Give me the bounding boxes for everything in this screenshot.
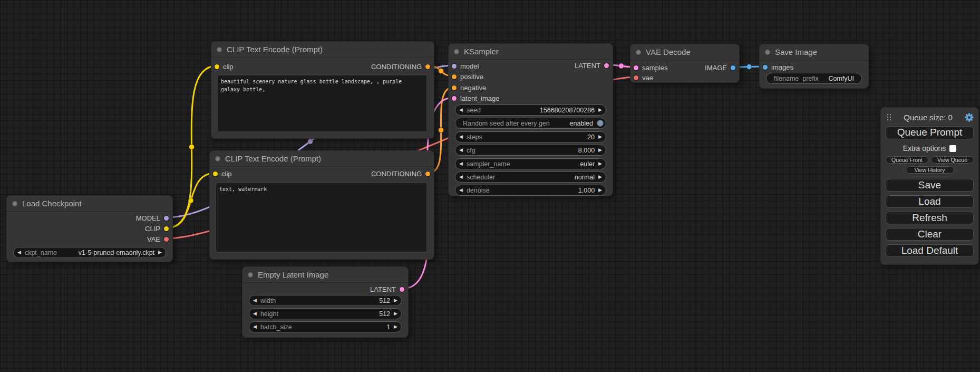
node-title-bar[interactable]: KSampler [449,44,613,60]
queue-prompt-button[interactable]: Queue Prompt [886,126,974,139]
output-slot-dot[interactable] [164,237,169,242]
link-midpoint-dot[interactable] [439,128,444,133]
decrement-arrow-icon[interactable]: ◀ [249,295,260,306]
increment-arrow-icon[interactable]: ▶ [390,295,401,306]
increment-arrow-icon[interactable]: ▶ [595,145,606,155]
decrement-arrow-icon[interactable]: ◀ [14,247,25,257]
widget-steps[interactable]: ◀steps20▶ [455,131,606,142]
node-load_checkpoint[interactable]: Load CheckpointMODELCLIPVAE◀ckpt_namev1-… [6,195,173,262]
widget-value: normal [575,174,595,181]
decrement-arrow-icon[interactable]: ◀ [455,145,467,155]
view-queue-button[interactable]: View Queue [931,156,974,164]
node-title-bar[interactable]: Load Checkpoint [7,196,172,212]
decrement-arrow-icon[interactable]: ◀ [249,309,260,319]
node-save_image[interactable]: Save Imageimagesfilename_prefixComfyUI [759,44,869,89]
widget-ckpt_name[interactable]: ◀ckpt_namev1-5-pruned-emaonly.ckpt▶ [13,247,166,258]
link-midpoint-dot[interactable] [308,139,313,144]
output-slot-dot[interactable] [425,64,430,69]
output-slot-dot[interactable] [425,171,430,176]
load-button[interactable]: Load [886,195,974,208]
clear-button[interactable]: Clear [886,228,974,241]
node-graph-canvas[interactable]: Load CheckpointMODELCLIPVAE◀ckpt_namev1-… [0,0,980,372]
widget-filename_prefix[interactable]: filename_prefixComfyUI [766,73,862,84]
prompt-textarea[interactable]: text, watermark [216,183,427,252]
drag-handle-icon[interactable] [887,113,891,121]
widget-scheduler[interactable]: ◀schedulernormal▶ [455,171,606,183]
output-slot-label: LATENT [575,62,600,70]
refresh-button[interactable]: Refresh [886,212,974,224]
prompt-textarea[interactable]: beautiful scenery nature glass bottle la… [217,75,427,132]
node-empty_latent[interactable]: Empty Latent ImageLATENT◀width512▶◀heigh… [242,266,409,338]
widget-batch_size[interactable]: ◀batch_size1▶ [249,321,402,332]
output-slot-dot[interactable] [164,216,169,221]
collapse-dot-icon[interactable] [217,47,222,52]
collapse-dot-icon[interactable] [248,272,253,278]
collapse-dot-icon[interactable] [454,49,459,54]
collapse-dot-icon[interactable] [765,50,770,55]
input-slot-dot[interactable] [452,85,457,90]
link-midpoint-dot[interactable] [189,145,195,150]
link-midpoint-dot[interactable] [188,198,193,203]
link-midpoint-dot[interactable] [439,69,444,74]
link-midpoint-dot[interactable] [746,64,752,70]
input-slot-negative: negative [449,83,613,92]
node-clip1[interactable]: CLIP Text Encode (Prompt)clipCONDITIONIN… [211,41,434,139]
input-slot-dot[interactable] [763,65,768,70]
input-slot-dot[interactable] [452,96,457,101]
widget-value: v1-5-pruned-emaonly.ckpt [79,249,154,256]
widget-value: 156680208700286 [540,107,595,114]
increment-arrow-icon[interactable]: ▶ [390,322,401,332]
node-title-bar[interactable]: CLIP Text Encode (Prompt) [210,151,434,167]
widget-label: height [260,310,278,318]
node-title-bar[interactable]: Save Image [760,44,868,60]
decrement-arrow-icon[interactable]: ◀ [455,185,467,195]
node-title-bar[interactable]: Empty Latent Image [242,267,408,283]
node-ksampler[interactable]: KSamplermodelpositivenegativelatent_imag… [448,43,613,196]
increment-arrow-icon[interactable]: ▶ [154,247,166,257]
widget-height[interactable]: ◀height512▶ [249,308,402,319]
increment-arrow-icon[interactable]: ▶ [595,172,606,182]
input-slot-label: vae [642,74,653,82]
output-slot-dot[interactable] [731,65,735,70]
decrement-arrow-icon[interactable]: ◀ [455,172,467,182]
collapse-dot-icon[interactable] [215,156,220,161]
gear-icon[interactable] [965,113,974,122]
increment-arrow-icon[interactable]: ▶ [595,159,606,169]
output-slot-dot[interactable] [604,63,609,68]
decrement-arrow-icon[interactable]: ◀ [249,322,260,332]
widget-value: 8.000 [578,147,595,154]
input-slot-dot[interactable] [634,75,638,80]
extra-options-checkbox[interactable] [949,145,956,152]
input-slot-dot[interactable] [452,74,457,79]
collapse-dot-icon[interactable] [636,50,641,55]
widget-cfg[interactable]: ◀cfg8.000▶ [455,145,606,156]
increment-arrow-icon[interactable]: ▶ [595,132,606,142]
view-history-button[interactable]: View History [906,166,954,174]
widget-denoise[interactable]: ◀denoise1.000▶ [455,185,606,196]
link-midpoint-dot[interactable] [619,63,624,69]
increment-arrow-icon[interactable]: ▶ [390,309,401,319]
increment-arrow-icon[interactable]: ▶ [595,185,606,195]
decrement-arrow-icon[interactable]: ◀ [455,132,467,142]
node-vae_decode[interactable]: VAE DecodesamplesvaeIMAGE [630,44,740,83]
collapse-dot-icon[interactable] [12,201,17,206]
output-slot-CONDITIONING: CONDITIONING [210,169,434,178]
queue-front-button[interactable]: Queue Front [886,156,928,164]
output-slot-dot[interactable] [164,226,169,231]
increment-arrow-icon[interactable]: ▶ [595,105,606,115]
widget-width[interactable]: ◀width512▶ [249,295,402,306]
toggle-circle-icon[interactable] [597,120,604,127]
node-clip2[interactable]: CLIP Text Encode (Prompt)clipCONDITIONIN… [209,150,434,260]
node-title-bar[interactable]: CLIP Text Encode (Prompt) [211,42,434,58]
node-title-bar[interactable]: VAE Decode [630,44,739,60]
output-slot-MODEL: MODEL [7,213,172,223]
widget-random-seed-after-every-gen[interactable]: Random seed after every genenabled [455,118,606,129]
decrement-arrow-icon[interactable]: ◀ [455,105,467,115]
widget-sampler_name[interactable]: ◀sampler_nameeuler▶ [455,158,606,169]
save-button[interactable]: Save [886,179,974,192]
output-slot-dot[interactable] [400,287,404,292]
widget-label: batch_size [260,323,292,331]
widget-seed[interactable]: ◀seed156680208700286▶ [455,104,606,116]
load-default-button[interactable]: Load Default [886,244,974,257]
decrement-arrow-icon[interactable]: ◀ [455,159,467,169]
